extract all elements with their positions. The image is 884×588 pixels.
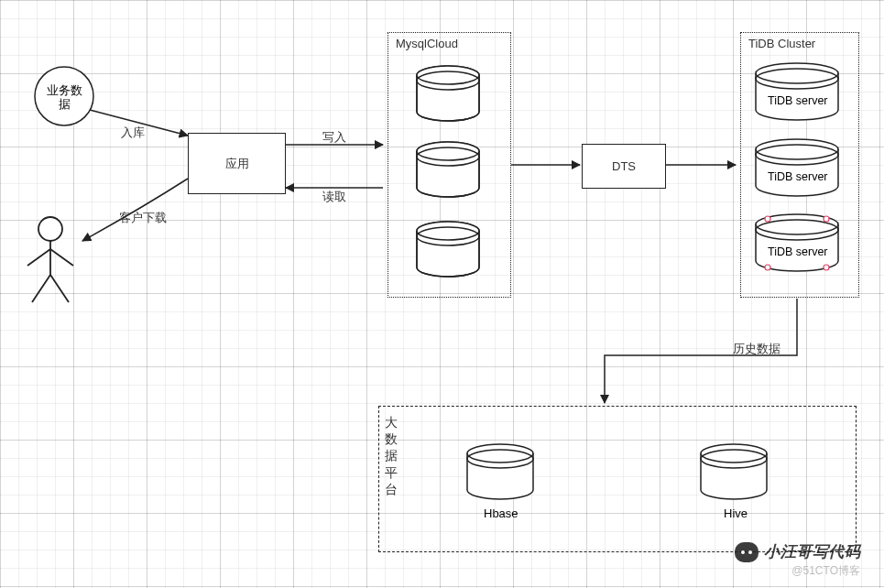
edge-label-in-storage: 入库	[121, 125, 145, 141]
tidb-server-label-3: TiDB server	[768, 245, 828, 258]
app-label: 应用	[225, 156, 249, 172]
tidb-server-label-2: TiDB server	[768, 170, 828, 183]
dts-label: DTS	[612, 159, 636, 173]
edge-label-read: 读取	[322, 190, 346, 205]
hive-label: Hive	[724, 506, 748, 520]
watermark-author: 小汪哥写代码	[735, 541, 860, 562]
tidb-server-label-1: TiDB server	[768, 94, 828, 107]
svg-line-5	[32, 275, 50, 302]
mysqlcloud-group-label: MysqlCloud	[396, 37, 458, 50]
svg-point-1	[38, 217, 62, 241]
edge-download	[82, 179, 188, 241]
wechat-icon	[735, 542, 758, 562]
customer-actor	[27, 217, 73, 302]
big-data-platform-group: 大数据平台	[378, 406, 857, 552]
edge-label-download: 客户下载	[119, 211, 167, 226]
tidb-cluster-group-label: TiDB Cluster	[748, 37, 815, 50]
edge-label-history: 历史数据	[733, 342, 780, 357]
big-data-platform-label: 大数据平台	[385, 414, 398, 497]
svg-line-4	[50, 249, 73, 266]
app-box: 应用	[188, 133, 286, 194]
watermark-site: @51CTO博客	[791, 563, 860, 579]
business-data-label: 业务数 据	[44, 84, 84, 112]
hbase-label: Hbase	[484, 506, 518, 520]
dts-box: DTS	[582, 144, 666, 189]
watermark-author-text: 小汪哥写代码	[764, 541, 860, 562]
mysqlcloud-group: MysqlCloud	[387, 32, 511, 298]
svg-line-3	[27, 249, 50, 266]
svg-line-6	[50, 275, 69, 302]
edge-label-write: 写入	[322, 130, 346, 146]
